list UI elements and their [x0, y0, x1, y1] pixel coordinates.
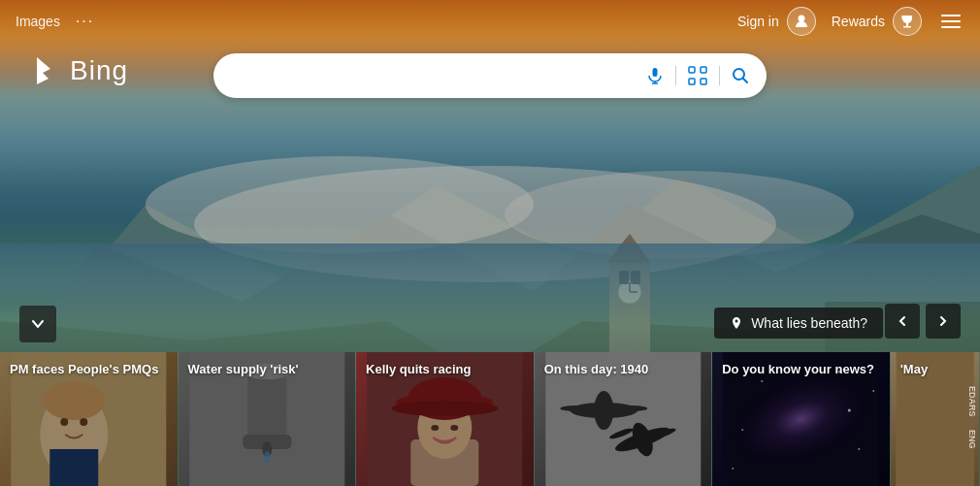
chevron-left-icon — [897, 315, 908, 327]
svg-rect-22 — [701, 67, 706, 73]
news-card-water[interactable]: Water supply 'risk' — [179, 352, 357, 486]
svg-rect-17 — [903, 26, 911, 28]
card-kelly-title: Kelly quits racing — [366, 362, 524, 378]
news-strip: PM faces People's PMQs Water supply 'ris… — [0, 352, 980, 486]
more-nav-dots[interactable]: ··· — [76, 13, 94, 30]
search-divider — [675, 66, 676, 85]
svg-line-26 — [743, 79, 748, 83]
logo-search-area: Bing — [0, 53, 980, 98]
bing-text: Bing — [70, 55, 128, 86]
svg-rect-23 — [689, 79, 695, 84]
rewards-label: Rewards — [832, 14, 885, 29]
news-card-quiz[interactable]: Do you know your news? — [712, 352, 891, 486]
visual-search-button[interactable] — [686, 64, 709, 87]
cedars-label: EDARS — [967, 386, 977, 417]
card-quiz-title: Do you know your news? — [722, 362, 880, 378]
nav-right: Sign in Rewards — [737, 7, 964, 36]
top-nav: Images ··· Sign in Rewards — [0, 0, 980, 43]
svg-point-3 — [146, 156, 534, 253]
card-1940-title: On this day: 1940 — [544, 362, 702, 378]
svg-rect-24 — [701, 79, 706, 84]
sign-in-button[interactable]: Sign in — [737, 7, 816, 36]
next-arrow-button[interactable] — [926, 304, 961, 339]
trophy-icon — [893, 7, 922, 36]
what-lies-beneath-tooltip[interactable]: What lies beneath? — [714, 308, 883, 339]
svg-rect-16 — [906, 23, 908, 26]
news-card-1940[interactable]: On this day: 1940 — [535, 352, 713, 486]
hamburger-menu-button[interactable] — [937, 11, 964, 32]
bing-logo[interactable]: Bing — [29, 53, 128, 88]
hamburger-line-2 — [941, 20, 961, 22]
news-card-kelly[interactable]: Kelly quits racing — [356, 352, 535, 486]
bing-b-icon — [29, 53, 64, 88]
chevron-down-button[interactable] — [19, 306, 56, 342]
search-divider-2 — [719, 66, 720, 85]
svg-rect-21 — [689, 67, 695, 73]
images-nav-link[interactable]: Images — [16, 14, 60, 29]
card-pm-title: PM faces People's PMQs — [10, 362, 168, 378]
rewards-button[interactable]: Rewards — [832, 7, 922, 36]
user-icon — [787, 7, 816, 36]
hamburger-line-3 — [941, 26, 961, 28]
search-button[interactable] — [730, 65, 751, 86]
svg-rect-18 — [653, 68, 658, 77]
svg-point-15 — [798, 16, 804, 22]
nav-left: Images ··· — [16, 13, 94, 30]
tooltip-label: What lies beneath? — [751, 315, 867, 331]
prev-arrow-button[interactable] — [885, 304, 920, 339]
news-card-may[interactable]: 'May EDARS ENG — [891, 352, 980, 486]
microphone-button[interactable] — [644, 65, 666, 86]
chevron-right-icon — [937, 315, 949, 327]
card-water-title: Water supply 'risk' — [188, 362, 346, 378]
card-may-title: 'May — [900, 362, 969, 378]
eng-label: ENG — [967, 430, 977, 449]
search-box — [213, 53, 767, 98]
search-input[interactable] — [229, 67, 644, 84]
sign-in-label: Sign in — [737, 14, 779, 29]
news-card-pm[interactable]: PM faces People's PMQs — [0, 352, 179, 486]
hamburger-line-1 — [941, 15, 961, 16]
search-icons — [644, 64, 751, 87]
location-icon — [730, 316, 743, 330]
